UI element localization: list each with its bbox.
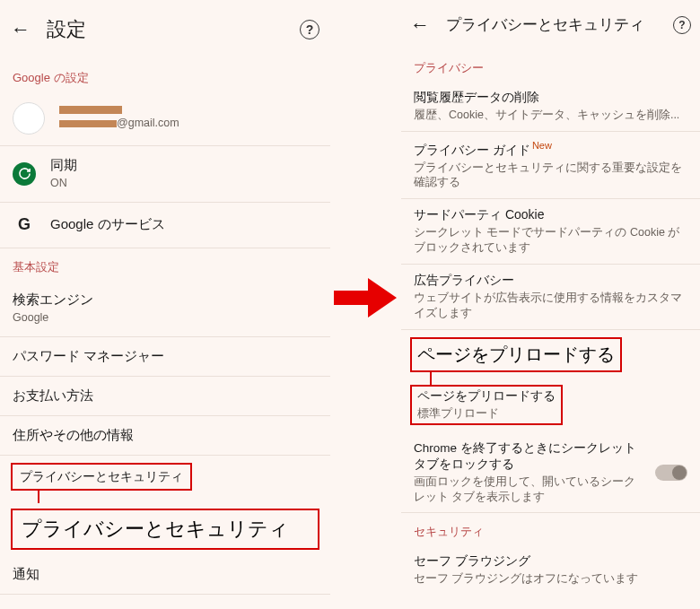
page-title: プライバシーとセキュリティ <box>446 14 657 35</box>
google-services-title: Google のサービス <box>50 216 318 233</box>
ads-privacy-row[interactable]: 広告プライバシー ウェブサイトが広告表示に使用する情報をカスタマイズします <box>401 265 700 330</box>
back-arrow-icon[interactable]: ← <box>410 15 430 35</box>
sync-title: 同期 <box>50 157 318 174</box>
callout-connector <box>38 491 39 503</box>
privacy-row-callout[interactable]: プライバシーとセキュリティ <box>11 463 192 491</box>
search-engine-sub: Google <box>13 310 318 326</box>
lock-incognito-title: Chrome を終了するときにシークレット タブをロックする <box>414 440 641 473</box>
header: ← 設定 ? <box>0 0 330 59</box>
privacy-guide-title-text: プライバシー ガイド <box>414 143 530 157</box>
avatar <box>13 102 45 135</box>
preload-title: ページをプリロードする <box>417 388 556 405</box>
search-engine-row[interactable]: 検索エンジン Google <box>0 281 330 337</box>
third-party-cookie-row[interactable]: サードパーティ Cookie シークレット モードでサードパーティの Cooki… <box>401 199 700 265</box>
sync-sub: ON <box>50 176 318 191</box>
google-g-icon: G <box>13 213 36 237</box>
notifications-title: 通知 <box>13 566 39 583</box>
account-text: @gmail.com <box>59 106 318 131</box>
sync-icon <box>13 162 36 186</box>
callout-connector <box>430 372 432 385</box>
header: ← プライバシーとセキュリティ ? <box>401 0 700 49</box>
safe-browsing-sub: セーフ ブラウジングはオフになっています <box>414 571 687 587</box>
ads-privacy-sub: ウェブサイトが広告表示に使用する情報をカスタマイズします <box>414 291 687 321</box>
privacy-panel: ← プライバシーとセキュリティ ? プライバシー 閲覧履歴データの削除 履歴、C… <box>401 0 700 609</box>
safe-browsing-row[interactable]: セーフ ブラウジング セーフ ブラウジングはオフになっています <box>401 545 700 595</box>
third-party-title: サードパーティ Cookie <box>414 207 687 223</box>
privacy-row-title: プライバシーとセキュリティ <box>20 469 183 483</box>
notifications-row[interactable]: 通知 <box>0 555 330 595</box>
section-google-label: Google の設定 <box>0 59 330 91</box>
redacted-name <box>59 106 122 114</box>
clear-data-title: 閲覧履歴データの削除 <box>414 90 687 106</box>
third-party-sub: シークレット モードでサードパーティの Cookie がブロックされています <box>414 225 687 256</box>
account-row[interactable]: @gmail.com <box>0 91 330 146</box>
clear-data-row[interactable]: 閲覧履歴データの削除 履歴、Cookie、サイトデータ、キャッシュを削除... <box>401 82 700 132</box>
theme-row[interactable]: テーマ <box>0 595 330 609</box>
email-domain: @gmail.com <box>117 116 179 131</box>
redacted-email <box>59 120 117 127</box>
safe-browsing-title: セーフ ブラウジング <box>414 553 687 570</box>
privacy-guide-title: プライバシー ガイドNew <box>414 140 687 159</box>
google-services-row[interactable]: G Google のサービス <box>0 203 330 248</box>
preload-callout-area: ページをプリロードする ページをプリロードする 標準プリロード <box>401 330 700 425</box>
theme-title: テーマ <box>13 605 53 609</box>
section-basic-label: 基本設定 <box>0 248 330 281</box>
privacy-big-callout: プライバシーとセキュリティ <box>11 509 319 550</box>
lock-incognito-sub: 画面ロックを使用して、開いているシークレット タブを表示します <box>414 474 641 505</box>
search-engine-title: 検索エンジン <box>13 291 318 309</box>
section-privacy-label: プライバシー <box>401 49 700 82</box>
password-manager-title: パスワード マネージャー <box>13 348 164 365</box>
password-manager-row[interactable]: パスワード マネージャー <box>0 337 330 377</box>
payment-title: お支払い方法 <box>13 387 93 405</box>
sync-row[interactable]: 同期 ON <box>0 146 330 203</box>
clear-data-sub: 履歴、Cookie、サイトデータ、キャッシュを削除... <box>414 108 687 123</box>
privacy-guide-sub: プライバシーとセキュリティに関する重要な設定を確認する <box>414 161 687 191</box>
privacy-guide-row[interactable]: プライバシー ガイドNew プライバシーとセキュリティに関する重要な設定を確認す… <box>401 132 700 199</box>
payment-row[interactable]: お支払い方法 <box>0 377 330 416</box>
privacy-callout-area: プライバシーとセキュリティ <box>0 456 330 503</box>
settings-panel: ← 設定 ? Google の設定 @gmail.com 同期 ON G Goo… <box>0 0 330 609</box>
preload-big-callout: ページをプリロードする <box>410 337 622 372</box>
page-title: 設定 <box>47 16 284 43</box>
flow-arrow-icon <box>334 278 397 318</box>
section-security-label: セキュリティ <box>401 513 700 545</box>
address-row[interactable]: 住所やその他の情報 <box>0 416 330 456</box>
preload-row-callout[interactable]: ページをプリロードする 標準プリロード <box>410 385 563 425</box>
address-title: 住所やその他の情報 <box>13 427 134 444</box>
new-badge: New <box>532 140 552 151</box>
preload-sub: 標準プリロード <box>417 407 499 420</box>
lock-incognito-row[interactable]: Chrome を終了するときにシークレット タブをロックする 画面ロックを使用し… <box>401 432 700 514</box>
lock-incognito-toggle[interactable] <box>655 465 687 481</box>
help-icon[interactable]: ? <box>673 16 691 34</box>
back-arrow-icon[interactable]: ← <box>11 20 31 39</box>
help-icon[interactable]: ? <box>300 20 319 39</box>
ads-privacy-title: 広告プライバシー <box>414 273 687 289</box>
